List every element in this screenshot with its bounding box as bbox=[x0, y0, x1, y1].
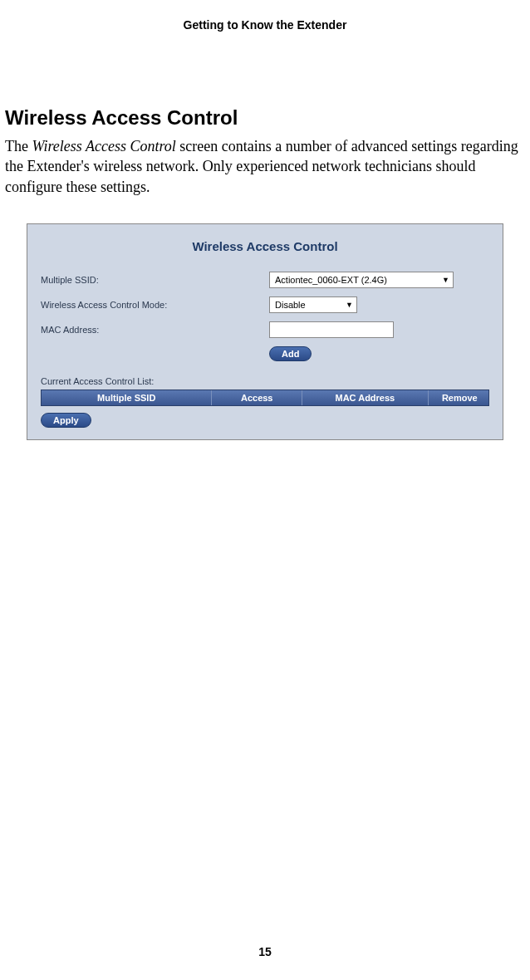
select-ssid[interactable]: Actiontec_0060-EXT (2.4G) ▼ bbox=[269, 272, 454, 288]
th-mac: MAC Address bbox=[302, 390, 429, 405]
label-mac: MAC Address: bbox=[41, 325, 269, 335]
panel-title: Wireless Access Control bbox=[41, 239, 489, 253]
acl-table-header: Multiple SSID Access MAC Address Remove bbox=[41, 390, 489, 406]
section-paragraph: The Wireless Access Control screen conta… bbox=[5, 136, 525, 197]
row-mode: Wireless Access Control Mode: Disable ▼ bbox=[41, 296, 489, 313]
label-ssid: Multiple SSID: bbox=[41, 275, 269, 285]
th-ssid: Multiple SSID bbox=[42, 390, 212, 405]
th-access: Access bbox=[212, 390, 302, 405]
section-heading: Wireless Access Control bbox=[5, 106, 530, 130]
paragraph-text-italic: Wireless Access Control bbox=[32, 138, 175, 154]
chevron-down-icon: ▼ bbox=[346, 301, 353, 309]
apply-button[interactable]: Apply bbox=[41, 413, 91, 428]
mac-input[interactable] bbox=[269, 321, 394, 338]
page-header: Getting to Know the Extender bbox=[0, 18, 530, 32]
select-ssid-value: Actiontec_0060-EXT (2.4G) bbox=[275, 275, 387, 285]
page-number: 15 bbox=[0, 945, 530, 958]
th-remove: Remove bbox=[429, 390, 491, 405]
label-list: Current Access Control List: bbox=[41, 376, 489, 386]
paragraph-text-prefix: The bbox=[5, 138, 32, 154]
row-ssid: Multiple SSID: Actiontec_0060-EXT (2.4G)… bbox=[41, 272, 489, 288]
select-mode-value: Disable bbox=[275, 300, 306, 310]
config-panel: Wireless Access Control Multiple SSID: A… bbox=[27, 223, 503, 440]
select-mode[interactable]: Disable ▼ bbox=[269, 296, 357, 313]
row-mac: MAC Address: bbox=[41, 321, 489, 338]
chevron-down-icon: ▼ bbox=[442, 276, 449, 284]
add-button[interactable]: Add bbox=[269, 346, 312, 361]
label-mode: Wireless Access Control Mode: bbox=[41, 300, 269, 310]
